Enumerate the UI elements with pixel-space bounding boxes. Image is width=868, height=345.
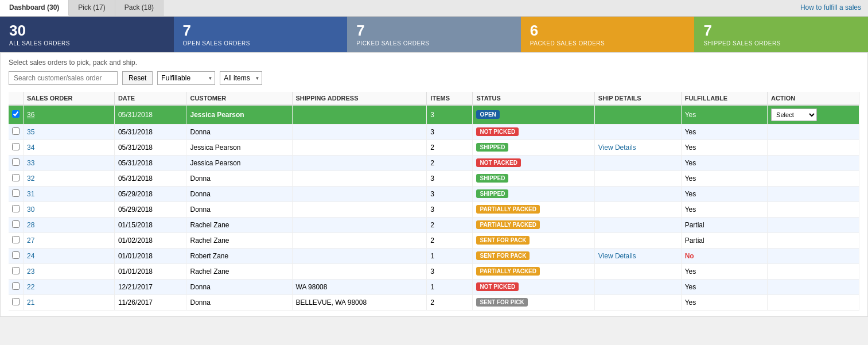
ship-details-link[interactable]: View Details [598, 144, 636, 152]
order-number[interactable]: 32 [27, 175, 34, 183]
order-number[interactable]: 21 [27, 299, 34, 307]
table-row: 3105/29/2018Donna3SHIPPEDYes [9, 186, 859, 201]
order-number[interactable]: 28 [27, 221, 34, 229]
order-number[interactable]: 34 [27, 144, 34, 152]
card-picked-orders[interactable]: 7 PICKED SALES ORDERS [347, 17, 521, 52]
order-items: 2 [427, 217, 473, 232]
order-number[interactable]: 23 [27, 268, 34, 276]
order-address [292, 263, 427, 279]
order-items: 3 [427, 186, 473, 201]
tab-dashboard[interactable]: Dashboard (30) [0, 0, 69, 16]
order-address [292, 155, 427, 170]
order-number[interactable]: 30 [27, 206, 34, 214]
main-content: Select sales orders to pick, pack and sh… [0, 52, 868, 317]
ship-details-link[interactable]: View Details [598, 252, 636, 260]
row-checkbox[interactable] [12, 220, 20, 228]
action-select[interactable]: SelectPickPackShip [771, 108, 817, 121]
order-customer: Rachel Zane [186, 217, 292, 232]
row-checkbox[interactable] [12, 267, 20, 274]
order-customer: Jessica Pearson [186, 155, 292, 170]
summary-cards: 30 ALL SALES ORDERS 7 OPEN SALES ORDERS … [0, 17, 868, 52]
order-items: 3 [427, 124, 473, 139]
row-checkbox[interactable] [12, 143, 20, 150]
status-badge: SHIPPED [476, 174, 508, 183]
tab-pick[interactable]: Pick (17) [69, 0, 115, 16]
col-customer: CUSTOMER [186, 92, 292, 105]
order-items: 1 [427, 248, 473, 263]
status-badge: SENT FOR PACK [476, 236, 530, 245]
col-status: STATUS [473, 92, 594, 105]
order-address [292, 139, 427, 155]
status-badge: SENT FOR PACK [476, 251, 530, 260]
order-items: 2 [427, 155, 473, 170]
col-ship-details: SHIP DETAILS [594, 92, 681, 105]
order-number[interactable]: 22 [27, 283, 34, 291]
table-row: 3005/29/2018Donna3PARTIALLY PACKEDYes [9, 201, 859, 217]
fulfillable-filter[interactable]: Fulfillable Not Fulfillable [157, 71, 215, 85]
tab-pack[interactable]: Pack (18) [115, 0, 164, 16]
order-address: BELLEVUE, WA 98008 [292, 294, 427, 310]
card-shipped-orders[interactable]: 7 SHIPPED SALES ORDERS [694, 17, 868, 52]
order-number[interactable]: 35 [27, 128, 34, 136]
table-row: 2301/01/2018Rachel Zane3PARTIALLY PACKED… [9, 263, 859, 279]
order-items: 3 [427, 170, 473, 186]
row-checkbox[interactable] [12, 282, 20, 290]
row-checkbox[interactable] [12, 127, 20, 135]
open-orders-count: 7 [183, 22, 338, 39]
order-customer: Rachel Zane [186, 232, 292, 248]
card-all-orders[interactable]: 30 ALL SALES ORDERS [0, 17, 174, 52]
fulfillable-value: Yes [681, 279, 767, 294]
order-items: 2 [427, 232, 473, 248]
order-number[interactable]: 36 [27, 111, 34, 119]
row-checkbox[interactable] [12, 298, 20, 305]
order-address [292, 201, 427, 217]
row-checkbox[interactable] [12, 251, 20, 259]
reset-button[interactable]: Reset [122, 71, 153, 85]
fulfillable-value: Partial [681, 232, 767, 248]
row-checkbox[interactable] [12, 174, 20, 181]
order-date: 05/31/2018 [114, 170, 186, 186]
table-row: 3605/31/2018Jessica Pearson3OPENYesSelec… [9, 105, 859, 125]
order-items: 3 [427, 263, 473, 279]
search-input[interactable] [9, 71, 118, 85]
order-number[interactable]: 27 [27, 237, 34, 245]
fulfillable-value: Yes [681, 170, 767, 186]
row-checkbox[interactable] [12, 158, 20, 166]
row-checkbox[interactable] [12, 189, 20, 197]
col-shipping-address: SHIPPING ADDRESS [292, 92, 427, 105]
shipped-orders-count: 7 [703, 22, 859, 39]
order-date: 05/29/2018 [114, 186, 186, 201]
order-number[interactable]: 24 [27, 252, 34, 260]
picked-orders-count: 7 [356, 22, 512, 39]
order-customer: Donna [186, 124, 292, 139]
order-date: 05/31/2018 [114, 124, 186, 139]
fulfillable-value: Yes [681, 155, 767, 170]
order-customer: Donna [186, 170, 292, 186]
status-badge: PARTIALLY PACKED [476, 220, 540, 229]
table-row: 2401/01/2018Robert Zane1SENT FOR PACKVie… [9, 248, 859, 263]
table-row: 2801/15/2018Rachel Zane2PARTIALLY PACKED… [9, 217, 859, 232]
status-badge: NOT PICKED [476, 127, 519, 136]
items-filter[interactable]: All items [220, 71, 262, 85]
order-number[interactable]: 33 [27, 159, 34, 167]
order-address [292, 248, 427, 263]
status-badge: PARTIALLY PACKED [476, 267, 540, 276]
order-date: 05/31/2018 [114, 155, 186, 170]
row-checkbox[interactable] [12, 110, 20, 118]
card-packed-orders[interactable]: 6 PACKED SALES ORDERS [521, 17, 695, 52]
order-address [292, 217, 427, 232]
row-checkbox[interactable] [12, 236, 20, 243]
order-customer: Rachel Zane [186, 263, 292, 279]
status-badge: SHIPPED [476, 143, 508, 152]
card-open-orders[interactable]: 7 OPEN SALES ORDERS [174, 17, 348, 52]
instructions-text: Select sales orders to pick, pack and sh… [9, 59, 859, 67]
order-number[interactable]: 31 [27, 190, 34, 198]
fulfillable-value: Yes [681, 124, 767, 139]
order-date: 05/31/2018 [114, 139, 186, 155]
table-row: 3305/31/2018Jessica Pearson2NOT PACKEDYe… [9, 155, 859, 170]
order-items: 2 [427, 294, 473, 310]
row-checkbox[interactable] [12, 205, 20, 212]
table-row: 3405/31/2018Jessica Pearson2SHIPPEDView … [9, 139, 859, 155]
status-badge: SHIPPED [476, 189, 508, 198]
help-link[interactable]: How to fulfill a sales [793, 0, 868, 16]
